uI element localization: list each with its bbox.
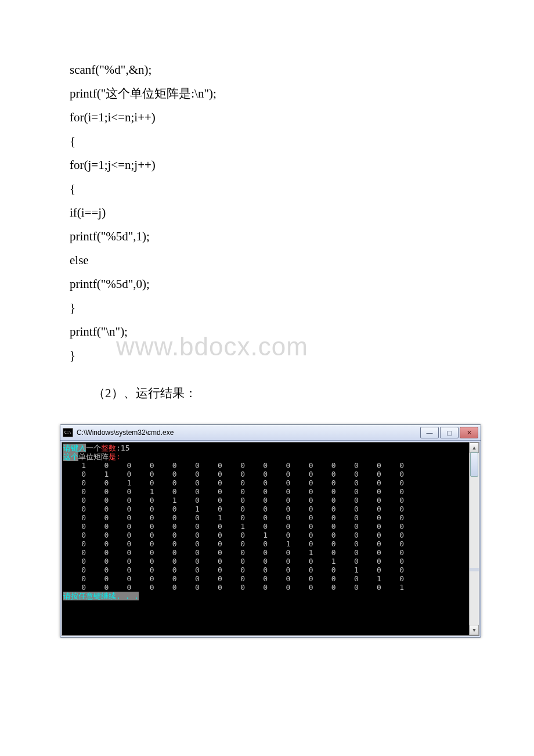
code-line: printf("%5d",0);: [70, 278, 464, 290]
scroll-up-icon[interactable]: ▲: [470, 442, 479, 448]
code-line: for(j=1;j<=n;j++): [70, 159, 464, 171]
window-titlebar[interactable]: C:\Windows\system32\cmd.exe — ▢ ✕: [60, 425, 481, 441]
code-line: else: [70, 254, 464, 267]
minimize-button[interactable]: —: [420, 427, 439, 438]
code-line: {: [70, 135, 464, 147]
code-line: printf("\n");: [70, 326, 464, 338]
code-line: printf("这个单位矩阵是:\n");: [70, 88, 464, 100]
section-heading: （2）、运行结果：: [93, 385, 464, 401]
close-button[interactable]: ✕: [460, 427, 478, 438]
console-window: C:\Windows\system32\cmd.exe — ▢ ✕ 请键入一个整…: [60, 424, 481, 448]
console-line: 请键入一个整数:15: [63, 444, 479, 448]
code-line: for(i=1;i<=n;i++): [70, 111, 464, 124]
console-output[interactable]: 请键入一个整数:15这个单位矩阵是: 1 0 0 0 0 0 0 0 0 0 0…: [62, 442, 479, 448]
code-line: {: [70, 183, 464, 195]
document-page: scanf("%d",&n); printf("这个单位矩阵是:\n"); fo…: [0, 0, 534, 448]
code-line: if(i==j): [70, 207, 464, 219]
code-line: printf("%5d",1);: [70, 231, 464, 243]
vertical-scrollbar[interactable]: ▲ ▼: [469, 442, 479, 448]
code-line: scanf("%d",&n);: [70, 64, 464, 76]
code-line: }: [70, 350, 464, 362]
cmd-icon: [63, 428, 73, 437]
code-line: }: [70, 302, 464, 314]
maximize-button[interactable]: ▢: [440, 427, 459, 438]
window-title: C:\Windows\system32\cmd.exe: [77, 429, 420, 437]
